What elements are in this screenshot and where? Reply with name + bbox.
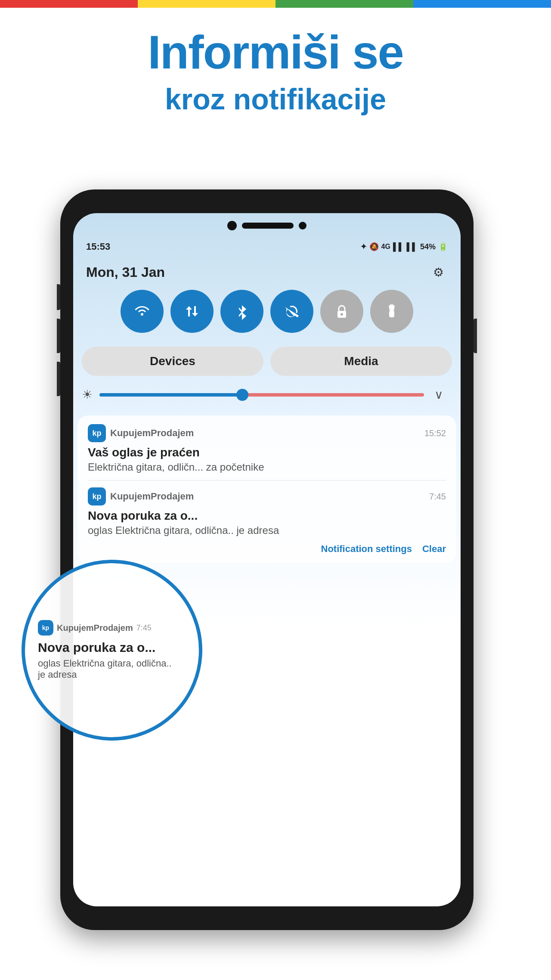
current-date: Mon, 31 Jan <box>86 264 165 280</box>
heading-sub: kroz notifikacije <box>9 82 542 116</box>
brightness-expand-icon[interactable]: ∨ <box>434 388 443 402</box>
notifications-area: kp KupujemProdajem 15:52 Vaš oglas je pr… <box>77 416 456 563</box>
notification-settings-btn[interactable]: Notification settings <box>321 543 412 555</box>
sensor <box>299 222 306 229</box>
circle-highlight: kp KupujemProdajem 7:45 Nova poruka za o… <box>22 560 202 741</box>
notif-footer: Notification settings Clear <box>88 543 446 555</box>
svg-rect-2 <box>389 310 394 317</box>
phone-shell: 15:53 ✦ 🔕 4G ▌▌ ▌▌ 54% 🔋 Mon, 31 Jan ⚙ <box>60 189 474 930</box>
battery-percent: 54% <box>420 242 436 251</box>
volume-up-button <box>57 284 60 310</box>
signal2-icon: ▌▌ <box>406 242 418 251</box>
circle-notif-title: Nova poruka za o... <box>38 640 155 655</box>
bixby-button <box>57 362 60 396</box>
notif2-app-name: KupujemProdajem <box>110 491 194 502</box>
volume-down-button <box>57 319 60 353</box>
svg-point-1 <box>341 313 343 316</box>
color-bar-yellow <box>138 0 276 8</box>
color-bar-blue <box>413 0 551 8</box>
circle-app-name: KupujemProdajem <box>57 623 133 633</box>
settings-gear-icon[interactable]: ⚙ <box>429 263 448 282</box>
brightness-row: ☀ ∨ <box>82 388 443 402</box>
mute-status-icon: 🔕 <box>369 242 379 251</box>
speaker <box>242 223 294 229</box>
notif1-body: Električna gitara, odličn... za početnik… <box>88 461 446 473</box>
heading-area: Informiši se kroz notifikacije <box>0 17 551 124</box>
battery-icon: 🔋 <box>438 242 448 251</box>
screen-lock-toggle[interactable] <box>320 290 363 333</box>
date-row: Mon, 31 Jan ⚙ <box>86 263 448 282</box>
devices-button[interactable]: Devices <box>82 347 263 376</box>
phone-mockup: 15:53 ✦ 🔕 4G ▌▌ ▌▌ 54% 🔋 Mon, 31 Jan ⚙ <box>34 189 508 964</box>
bluetooth-status-icon: ✦ <box>360 242 367 251</box>
signal-icon: ▌▌ <box>393 242 404 251</box>
phone-notch <box>227 221 306 230</box>
notif2-title: Nova poruka za o... <box>88 509 446 523</box>
circle-notif-body: oglas Električna gitara, odlična.. <box>38 658 172 669</box>
notif1-title: Vaš oglas je praćen <box>88 446 446 459</box>
power-button <box>474 319 477 353</box>
front-camera <box>227 221 237 230</box>
circle-notif-body2: je adresa <box>38 669 77 680</box>
media-button[interactable]: Media <box>270 347 452 376</box>
notif1-time: 15:52 <box>424 428 446 438</box>
mute-toggle[interactable] <box>270 290 313 333</box>
notif2-header: kp KupujemProdajem 7:45 <box>88 487 446 506</box>
4g-icon: 4G <box>381 243 390 251</box>
kp-logo-2: kp <box>88 487 106 506</box>
color-bar-green <box>276 0 413 8</box>
status-icons: ✦ 🔕 4G ▌▌ ▌▌ 54% 🔋 <box>360 242 448 251</box>
notif2-body: oglas Električna gitara, odlična.. je ad… <box>88 524 446 537</box>
notif-divider <box>88 480 446 481</box>
brightness-icon: ☀ <box>82 388 93 402</box>
status-time: 15:53 <box>86 241 110 252</box>
heading-main: Informiši se <box>9 26 542 78</box>
flashlight-toggle[interactable] <box>370 290 413 333</box>
kp-logo-1: kp <box>88 424 106 442</box>
notif2-time: 7:45 <box>429 492 446 502</box>
quick-toggles <box>82 290 452 333</box>
wifi-toggle[interactable] <box>121 290 164 333</box>
notif1-header: kp KupujemProdajem 15:52 <box>88 424 446 442</box>
data-transfer-toggle[interactable] <box>170 290 214 333</box>
top-color-bar <box>0 0 551 8</box>
circle-notif-header: kp KupujemProdajem 7:45 <box>38 620 152 636</box>
color-bar-red <box>0 0 138 8</box>
circle-kp-logo: kp <box>38 620 53 636</box>
brightness-thumb[interactable] <box>236 389 248 401</box>
notif1-app-name: KupujemProdajem <box>110 428 194 439</box>
brightness-slider[interactable] <box>99 393 424 397</box>
circle-time: 7:45 <box>136 623 152 633</box>
device-media-row: Devices Media <box>82 347 452 376</box>
bluetooth-toggle[interactable] <box>220 290 263 333</box>
phone-screen: 15:53 ✦ 🔕 4G ▌▌ ▌▌ 54% 🔋 Mon, 31 Jan ⚙ <box>73 213 461 906</box>
clear-notifications-btn[interactable]: Clear <box>422 543 446 555</box>
status-bar: 15:53 ✦ 🔕 4G ▌▌ ▌▌ 54% 🔋 <box>86 241 448 252</box>
